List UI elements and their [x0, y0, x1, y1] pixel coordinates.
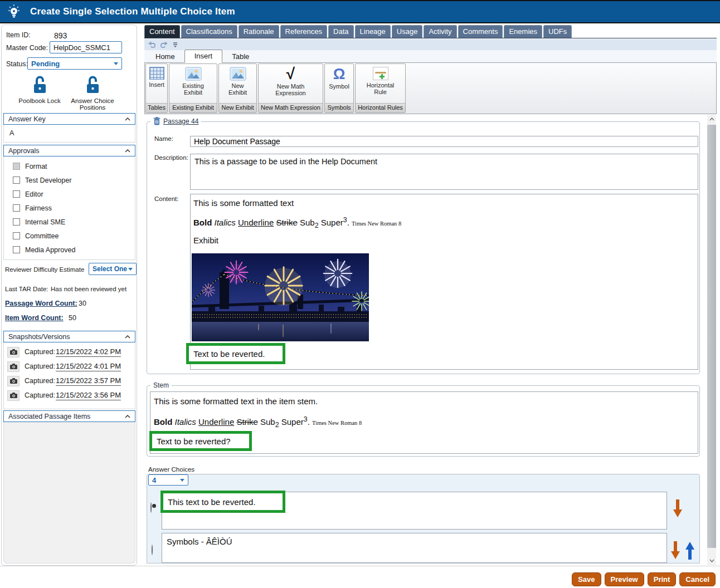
fireworks-over-bridge-photo[interactable]	[192, 253, 369, 344]
checkbox-test-developer[interactable]	[13, 177, 20, 184]
difficulty-dropdown[interactable]: Select One	[89, 263, 137, 275]
omega-icon: Ω	[333, 67, 346, 81]
answer-key-value: A	[4, 125, 135, 137]
scrollbar-thumb[interactable]	[707, 125, 716, 548]
last-tar-value: Has not been reviewed yet	[51, 286, 127, 292]
tab-enemies[interactable]: Enemies	[504, 25, 542, 38]
checkbox-internal-sme[interactable]	[13, 218, 20, 226]
tab-udfs[interactable]: UDFs	[543, 25, 572, 38]
approval-row-media-approved: Media Approved	[4, 243, 135, 257]
move-up-arrow-2[interactable]	[685, 541, 695, 560]
checkbox-editor[interactable]	[13, 190, 20, 198]
ribbon-tab-home[interactable]: Home	[146, 51, 184, 63]
toolbar-options-icon[interactable]	[173, 42, 178, 47]
answer-radio-2[interactable]	[152, 545, 153, 555]
checkbox-label: Media Approved	[25, 246, 75, 254]
ribbon-tab-insert[interactable]: Insert	[184, 50, 223, 63]
camera-icon[interactable]	[7, 390, 20, 401]
checkbox-media-approved[interactable]	[13, 246, 20, 253]
horizontal-rule-button[interactable]: Horizontal Rule	[356, 64, 405, 103]
bold-text: Bold	[154, 417, 172, 427]
scroll-up-button[interactable]	[707, 115, 716, 124]
table-grid-icon	[149, 67, 164, 80]
move-down-arrow-1[interactable]	[673, 499, 683, 518]
answer-count-dropdown[interactable]: 4	[148, 474, 188, 486]
snapshot-date-link[interactable]: 12/15/2022 4:02 PM	[56, 347, 121, 357]
insert-table-button[interactable]: Insert	[146, 64, 167, 103]
stem-legend: Stem	[150, 381, 172, 389]
tab-activity[interactable]: Activity	[424, 25, 456, 38]
difficulty-label: Reviewer Difficulty Estimate	[5, 266, 84, 273]
subscript-text: Sub2	[260, 417, 279, 427]
undo-icon[interactable]	[148, 41, 155, 48]
new-exhibit-button[interactable]: New Exhibit	[219, 64, 256, 103]
snapshot-row: Captured: 12/15/2022 3:57 PM	[4, 374, 135, 388]
ribbon-group-label: Horizontal Rules	[356, 103, 405, 112]
stem-legend-label: Stem	[153, 381, 169, 389]
answer-choice-positions-lock[interactable]: Answer Choice Positions	[57, 75, 128, 111]
camera-icon[interactable]	[7, 376, 20, 386]
preview-button[interactable]: Preview	[605, 572, 644, 586]
existing-exhibit-button[interactable]: Existing Exhibit	[169, 64, 217, 103]
move-down-arrow-2[interactable]	[670, 541, 680, 560]
passage-description-input[interactable]: This is a passage to be used in the Help…	[190, 154, 698, 190]
ribbon-tab-table[interactable]: Table	[222, 51, 259, 63]
passage-content-label: Content:	[154, 195, 178, 202]
trash-icon[interactable]	[153, 117, 160, 125]
passage-name-input[interactable]	[190, 136, 698, 147]
snapshot-date-link[interactable]: 12/15/2022 3:57 PM	[56, 376, 121, 386]
snapshot-date-link[interactable]: 12/15/2022 4:01 PM	[56, 362, 121, 371]
scroll-down-button[interactable]	[707, 556, 716, 565]
tab-classifications[interactable]: Classifications	[181, 25, 237, 38]
master-code-input[interactable]	[50, 41, 122, 53]
status-value: Pending	[31, 60, 114, 68]
snapshot-row: Captured: 12/15/2022 4:02 PM	[4, 345, 135, 359]
ribbon-group-label: Tables	[146, 103, 167, 112]
snapshot-date-link[interactable]: 12/15/2022 3:56 PM	[56, 391, 121, 400]
save-button[interactable]: Save	[572, 572, 601, 586]
last-tar-label: Last TAR Date:	[5, 286, 48, 292]
item-editor-window: Create Single Selection Multiple Choice …	[0, 0, 720, 588]
italic-text: Italics	[175, 417, 196, 427]
stem-line1: This is some formatted text in the item …	[154, 396, 318, 406]
tab-references[interactable]: References	[280, 25, 327, 38]
symbol-button[interactable]: Ω Symbol	[325, 64, 353, 103]
annotation-text: Text to be reverted?	[157, 437, 231, 446]
annotation-text: Text to be reverted.	[193, 349, 265, 359]
associated-passage-items-header[interactable]: Associated Passage Items	[3, 410, 135, 422]
tab-usage[interactable]: Usage	[392, 25, 423, 38]
item-word-count-value: 50	[69, 314, 76, 322]
snapshots-header[interactable]: Snapshots/Versions	[3, 331, 135, 342]
camera-icon[interactable]	[7, 361, 20, 372]
approvals-header[interactable]: Approvals	[3, 145, 135, 156]
padlock-open-icon	[84, 75, 101, 95]
camera-icon[interactable]	[7, 347, 20, 357]
tab-comments[interactable]: Comments	[458, 25, 503, 38]
redo-icon[interactable]	[160, 41, 168, 48]
checkbox-fairness[interactable]	[13, 204, 20, 212]
item-word-count-link[interactable]: Item Word Count:	[5, 314, 64, 322]
new-math-expression-button[interactable]: √ New Math Expression	[259, 64, 323, 103]
answer-radio-1[interactable]	[150, 502, 152, 513]
tab-lineage[interactable]: Lineage	[355, 25, 391, 38]
ribbon-group-horizontal-rules: Horizontal Rule Horizontal Rules	[355, 63, 406, 113]
subscript-text: Sub2	[300, 218, 319, 227]
ribbon-button-label: New Math Expression	[271, 83, 310, 96]
passage-word-count-link[interactable]: Passage Word Count:	[5, 300, 77, 307]
tab-content[interactable]: Content	[144, 25, 180, 38]
status-dropdown[interactable]: Pending	[27, 57, 122, 70]
answer-text-2[interactable]: Symbols - ÂÊÌÒÚ	[162, 533, 667, 563]
checkbox-committee[interactable]	[13, 232, 20, 239]
print-button[interactable]: Print	[648, 572, 677, 586]
font-note-text: Times New Roman 8	[352, 220, 401, 227]
tab-data[interactable]: Data	[328, 25, 353, 38]
lightbulb-icon	[7, 3, 21, 20]
approval-row-fairness: Fairness	[4, 201, 135, 215]
cancel-button[interactable]: Cancel	[679, 572, 716, 586]
tab-rationale[interactable]: Rationale	[239, 25, 279, 38]
answer-key-header[interactable]: Answer Key	[3, 113, 135, 125]
snapshot-row: Captured: 12/15/2022 3:56 PM	[4, 388, 135, 403]
item-tab-strip: Content Classifications Rationale Refere…	[144, 25, 717, 38]
checkbox-format[interactable]	[13, 163, 20, 170]
checkbox-label: Format	[25, 163, 47, 170]
